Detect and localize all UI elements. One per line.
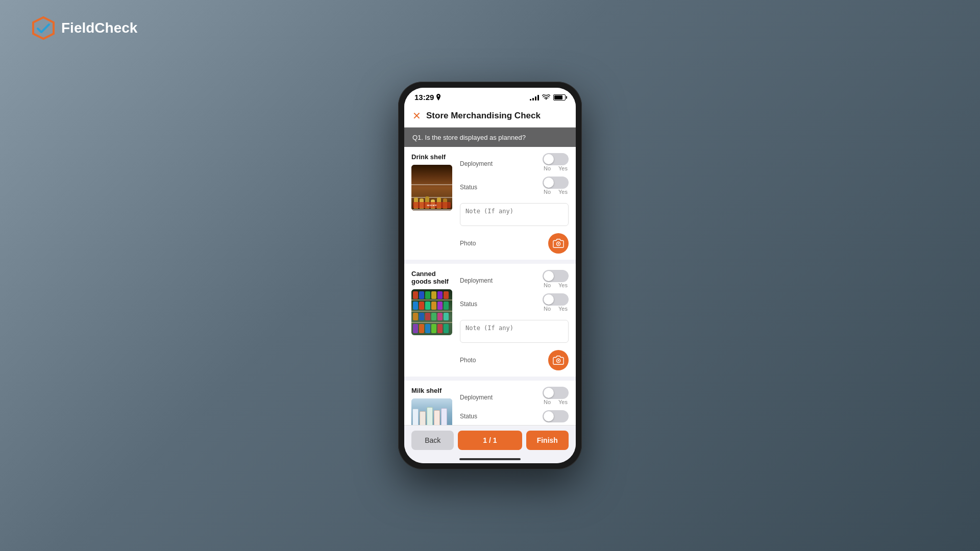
svg-marker-0: [33, 17, 54, 39]
drink-deployment-yes: Yes: [558, 165, 568, 171]
canned-deployment-toggle[interactable]: [543, 270, 569, 282]
camera-icon-canned: [553, 355, 564, 366]
signal-bar-2: [532, 98, 534, 101]
milk-deployment-toggle-container: No Yes: [543, 387, 569, 408]
drink-note-field[interactable]: [460, 203, 569, 226]
canned-label-line1: Canned: [411, 270, 436, 278]
finish-button[interactable]: Finish: [526, 431, 569, 450]
section-canned-goods-shelf: Canned goods shelf: [404, 264, 576, 377]
phone-screen: 13:29: [404, 88, 576, 463]
canned-status-no: No: [544, 306, 551, 312]
logo-hex-icon: [31, 15, 56, 41]
milk-shelf-label: Milk shelf: [411, 387, 455, 394]
drink-shelf-label: Drink shelf: [411, 153, 455, 161]
drink-status-yes: Yes: [558, 189, 568, 195]
drink-camera-button[interactable]: [548, 233, 569, 254]
canned-label-line2: goods shelf: [411, 278, 449, 285]
home-bar: [459, 458, 521, 460]
signal-bar-4: [537, 95, 539, 101]
signal-bar-3: [535, 96, 536, 101]
milk-shelf-controls: Deployment No Yes: [460, 387, 569, 425]
drink-deployment-label: Deployment: [460, 160, 493, 167]
status-bar: 13:29: [404, 88, 576, 105]
drink-status-no: No: [544, 189, 551, 195]
drink-shelf-controls: Deployment No Yes: [460, 153, 569, 254]
phone-frame: 13:29: [398, 82, 582, 469]
status-icons: [530, 94, 566, 101]
canned-deployment-yes: Yes: [558, 282, 568, 288]
milk-status-toggle[interactable]: [543, 410, 569, 422]
back-button[interactable]: Back: [411, 431, 454, 450]
drink-deployment-knob: [544, 154, 554, 164]
svg-point-5: [558, 360, 559, 362]
drink-status-label: Status: [460, 184, 477, 191]
app-header: ✕ Store Merchandising Check: [404, 105, 576, 128]
logo-text: FieldCheck: [61, 20, 137, 36]
canned-status-toggle[interactable]: [543, 293, 569, 306]
drink-deployment-no: No: [544, 165, 551, 171]
close-button[interactable]: ✕: [412, 110, 421, 122]
fieldcheck-logo: FieldCheck: [31, 15, 137, 41]
time-display: 13:29: [414, 93, 434, 102]
milk-shelf-image: [411, 398, 452, 425]
drink-status-knob: [544, 178, 554, 188]
camera-icon: [553, 238, 564, 249]
location-icon: [436, 94, 441, 101]
logo-check-text: Check: [94, 20, 137, 36]
question-text: Q1. Is the store displayed as planned?: [412, 134, 526, 141]
signal-bar-1: [530, 99, 531, 101]
canned-photo-row: Photo: [460, 350, 569, 370]
milk-deployment-label: Deployment: [460, 394, 493, 401]
milk-status-label: Status: [460, 413, 477, 420]
logo-field-text: Field: [61, 20, 94, 36]
milk-status-toggle-container: [543, 410, 569, 422]
drink-status-toggle-container: No Yes: [543, 177, 569, 198]
canned-status-knob: [544, 294, 554, 305]
canned-status-label: Status: [460, 300, 477, 308]
bottom-nav: Back 1 / 1 Finish: [404, 425, 576, 455]
canned-photo-label: Photo: [460, 357, 476, 364]
canned-note-field[interactable]: [460, 320, 569, 343]
drink-deployment-toggle-container: No Yes: [543, 153, 569, 174]
svg-point-3: [558, 243, 559, 245]
milk-status-knob: [544, 411, 554, 421]
canned-shelf-label: Canned goods shelf: [411, 270, 455, 285]
canned-shelf-image: [411, 289, 452, 335]
content-scroll[interactable]: Drink shelf: [404, 147, 576, 425]
drink-photo-row: Photo: [460, 233, 569, 254]
section-milk-shelf: Milk shelf: [404, 381, 576, 425]
canned-status-yes: Yes: [558, 306, 568, 312]
drink-shelf-image: NESCAFÉ: [411, 165, 452, 211]
canned-deployment-label: Deployment: [460, 277, 493, 284]
section-drink-shelf: Drink shelf: [404, 147, 576, 260]
canned-deployment-toggle-container: No Yes: [543, 270, 569, 291]
milk-deployment-no: No: [544, 399, 551, 405]
app-title: Store Merchandising Check: [426, 111, 541, 121]
canned-status-toggle-container: No Yes: [543, 293, 569, 315]
milk-deployment-toggle[interactable]: [543, 387, 569, 399]
battery-icon: [553, 94, 566, 101]
drink-photo-label: Photo: [460, 240, 476, 247]
home-indicator: [404, 455, 576, 463]
phone-mockup: 13:29: [398, 82, 582, 469]
signal-bars-icon: [530, 94, 539, 101]
question-banner: Q1. Is the store displayed as planned?: [404, 128, 576, 147]
milk-deployment-knob: [544, 388, 554, 398]
milk-deployment-yes: Yes: [558, 399, 568, 405]
status-time: 13:29: [414, 93, 441, 102]
canned-deployment-knob: [544, 271, 554, 281]
canned-deployment-no: No: [544, 282, 551, 288]
canned-camera-button[interactable]: [548, 350, 569, 370]
drink-deployment-toggle[interactable]: [543, 153, 569, 165]
battery-fill: [554, 95, 562, 99]
page-indicator: 1 / 1: [458, 431, 522, 450]
svg-point-1: [438, 95, 439, 96]
canned-shelf-controls: Deployment No Yes: [460, 270, 569, 370]
wifi-icon: [542, 94, 550, 101]
drink-status-toggle[interactable]: [543, 177, 569, 189]
